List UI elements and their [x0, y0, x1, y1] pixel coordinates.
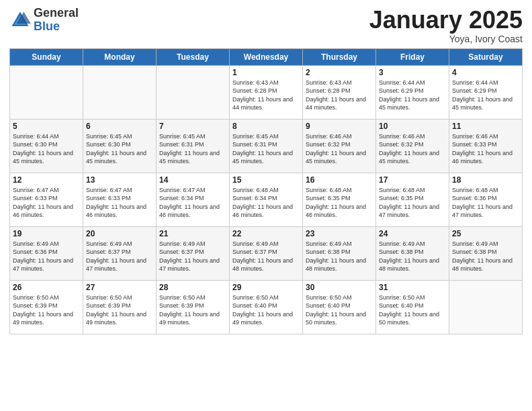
day-cell: 2Sunrise: 6:43 AMSunset: 6:28 PMDaylight…	[303, 65, 376, 119]
day-detail: Sunrise: 6:50 AMSunset: 6:40 PMDaylight:…	[379, 293, 446, 327]
day-cell: 25Sunrise: 6:49 AMSunset: 6:38 PMDayligh…	[449, 226, 523, 280]
logo-blue: Blue	[34, 20, 79, 34]
location-subtitle: Yoya, Ivory Coast	[369, 34, 523, 44]
day-cell: 5Sunrise: 6:44 AMSunset: 6:30 PMDaylight…	[10, 119, 83, 173]
day-detail: Sunrise: 6:47 AMSunset: 6:33 PMDaylight:…	[86, 186, 153, 220]
day-detail: Sunrise: 6:49 AMSunset: 6:37 PMDaylight:…	[159, 240, 226, 273]
day-number: 29	[232, 283, 300, 292]
day-number: 19	[13, 229, 80, 238]
day-cell: 14Sunrise: 6:47 AMSunset: 6:34 PMDayligh…	[157, 173, 230, 226]
day-cell: 28Sunrise: 6:50 AMSunset: 6:39 PMDayligh…	[157, 280, 230, 334]
day-cell: 4Sunrise: 6:44 AMSunset: 6:29 PMDaylight…	[449, 65, 523, 119]
day-detail: Sunrise: 6:49 AMSunset: 6:37 PMDaylight:…	[232, 240, 300, 273]
day-number: 20	[86, 229, 153, 238]
day-header-thursday: Thursday	[303, 48, 376, 65]
day-detail: Sunrise: 6:49 AMSunset: 6:38 PMDaylight:…	[452, 240, 519, 273]
day-cell: 31Sunrise: 6:50 AMSunset: 6:40 PMDayligh…	[376, 280, 449, 334]
day-detail: Sunrise: 6:43 AMSunset: 6:28 PMDaylight:…	[306, 79, 373, 112]
logo-icon	[9, 9, 31, 31]
day-header-friday: Friday	[376, 48, 449, 65]
day-number: 2	[306, 68, 373, 77]
calendar-page: General Blue January 2025 Yoya, Ivory Co…	[0, 0, 532, 411]
day-detail: Sunrise: 6:50 AMSunset: 6:40 PMDaylight:…	[306, 293, 373, 327]
day-cell: 19Sunrise: 6:49 AMSunset: 6:36 PMDayligh…	[10, 226, 83, 280]
logo: General Blue	[9, 7, 79, 34]
day-number: 24	[379, 229, 446, 238]
day-detail: Sunrise: 6:48 AMSunset: 6:35 PMDaylight:…	[379, 186, 446, 220]
day-detail: Sunrise: 6:45 AMSunset: 6:31 PMDaylight:…	[232, 132, 300, 166]
day-number: 8	[232, 122, 300, 131]
day-cell: 26Sunrise: 6:50 AMSunset: 6:39 PMDayligh…	[10, 280, 83, 334]
day-number: 23	[306, 229, 373, 238]
day-cell: 18Sunrise: 6:48 AMSunset: 6:36 PMDayligh…	[449, 173, 523, 226]
day-number: 6	[86, 122, 153, 131]
day-detail: Sunrise: 6:50 AMSunset: 6:39 PMDaylight:…	[86, 293, 153, 327]
day-number: 3	[379, 68, 446, 77]
day-header-sunday: Sunday	[10, 48, 83, 65]
day-number: 14	[159, 175, 226, 185]
day-number: 10	[379, 122, 446, 131]
day-detail: Sunrise: 6:48 AMSunset: 6:34 PMDaylight:…	[232, 186, 300, 220]
day-cell: 10Sunrise: 6:46 AMSunset: 6:32 PMDayligh…	[376, 119, 449, 173]
header: General Blue January 2025 Yoya, Ivory Co…	[9, 7, 523, 44]
day-detail: Sunrise: 6:48 AMSunset: 6:36 PMDaylight:…	[452, 186, 519, 220]
day-detail: Sunrise: 6:45 AMSunset: 6:30 PMDaylight:…	[86, 132, 153, 166]
day-number: 15	[232, 175, 300, 185]
day-detail: Sunrise: 6:44 AMSunset: 6:30 PMDaylight:…	[13, 132, 80, 166]
day-number: 22	[232, 229, 300, 238]
day-cell: 9Sunrise: 6:46 AMSunset: 6:32 PMDaylight…	[303, 119, 376, 173]
day-detail: Sunrise: 6:43 AMSunset: 6:28 PMDaylight:…	[232, 79, 300, 112]
day-number: 9	[306, 122, 373, 131]
day-number: 13	[86, 175, 153, 185]
day-number: 18	[452, 175, 519, 185]
logo-general: General	[34, 7, 79, 20]
day-number: 27	[86, 283, 153, 292]
day-cell	[449, 280, 523, 334]
day-cell: 22Sunrise: 6:49 AMSunset: 6:37 PMDayligh…	[230, 226, 303, 280]
day-number: 28	[159, 283, 226, 292]
day-detail: Sunrise: 6:49 AMSunset: 6:38 PMDaylight:…	[379, 240, 446, 273]
day-detail: Sunrise: 6:47 AMSunset: 6:34 PMDaylight:…	[159, 186, 226, 220]
logo-text: General Blue	[34, 7, 79, 34]
day-header-wednesday: Wednesday	[230, 48, 303, 65]
day-detail: Sunrise: 6:49 AMSunset: 6:38 PMDaylight:…	[306, 240, 373, 273]
day-number: 26	[13, 283, 80, 292]
day-header-saturday: Saturday	[449, 48, 523, 65]
day-cell: 7Sunrise: 6:45 AMSunset: 6:31 PMDaylight…	[157, 119, 230, 173]
day-detail: Sunrise: 6:44 AMSunset: 6:29 PMDaylight:…	[452, 79, 519, 112]
day-cell: 20Sunrise: 6:49 AMSunset: 6:37 PMDayligh…	[83, 226, 157, 280]
week-row-3: 12Sunrise: 6:47 AMSunset: 6:33 PMDayligh…	[10, 173, 523, 226]
day-cell: 24Sunrise: 6:49 AMSunset: 6:38 PMDayligh…	[376, 226, 449, 280]
day-detail: Sunrise: 6:44 AMSunset: 6:29 PMDaylight:…	[379, 79, 446, 112]
day-header-tuesday: Tuesday	[157, 48, 230, 65]
day-cell: 3Sunrise: 6:44 AMSunset: 6:29 PMDaylight…	[376, 65, 449, 119]
day-detail: Sunrise: 6:45 AMSunset: 6:31 PMDaylight:…	[159, 132, 226, 166]
day-detail: Sunrise: 6:49 AMSunset: 6:36 PMDaylight:…	[13, 240, 80, 273]
day-cell	[83, 65, 157, 119]
calendar-table: SundayMondayTuesdayWednesdayThursdayFrid…	[9, 48, 523, 334]
day-header-monday: Monday	[83, 48, 157, 65]
day-cell: 15Sunrise: 6:48 AMSunset: 6:34 PMDayligh…	[230, 173, 303, 226]
day-number: 31	[379, 283, 446, 292]
day-detail: Sunrise: 6:49 AMSunset: 6:37 PMDaylight:…	[86, 240, 153, 273]
day-detail: Sunrise: 6:50 AMSunset: 6:39 PMDaylight:…	[13, 293, 80, 327]
day-number: 5	[13, 122, 80, 131]
day-cell: 8Sunrise: 6:45 AMSunset: 6:31 PMDaylight…	[230, 119, 303, 173]
day-number: 25	[452, 229, 519, 238]
day-number: 30	[306, 283, 373, 292]
day-number: 7	[159, 122, 226, 131]
day-cell: 29Sunrise: 6:50 AMSunset: 6:40 PMDayligh…	[230, 280, 303, 334]
day-cell: 21Sunrise: 6:49 AMSunset: 6:37 PMDayligh…	[157, 226, 230, 280]
day-detail: Sunrise: 6:46 AMSunset: 6:33 PMDaylight:…	[452, 132, 519, 166]
day-cell: 13Sunrise: 6:47 AMSunset: 6:33 PMDayligh…	[83, 173, 157, 226]
day-header-row: SundayMondayTuesdayWednesdayThursdayFrid…	[10, 48, 523, 65]
week-row-4: 19Sunrise: 6:49 AMSunset: 6:36 PMDayligh…	[10, 226, 523, 280]
week-row-2: 5Sunrise: 6:44 AMSunset: 6:30 PMDaylight…	[10, 119, 523, 173]
title-block: January 2025 Yoya, Ivory Coast	[369, 7, 523, 44]
day-number: 1	[232, 68, 300, 77]
day-detail: Sunrise: 6:46 AMSunset: 6:32 PMDaylight:…	[379, 132, 446, 166]
day-cell: 16Sunrise: 6:48 AMSunset: 6:35 PMDayligh…	[303, 173, 376, 226]
day-cell	[157, 65, 230, 119]
week-row-5: 26Sunrise: 6:50 AMSunset: 6:39 PMDayligh…	[10, 280, 523, 334]
day-detail: Sunrise: 6:48 AMSunset: 6:35 PMDaylight:…	[306, 186, 373, 220]
